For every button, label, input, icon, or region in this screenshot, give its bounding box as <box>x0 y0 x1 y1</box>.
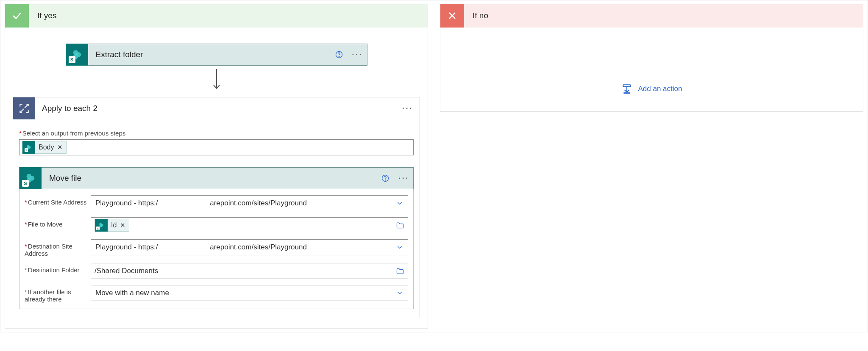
file-to-move-row: *File to Move s <box>19 213 413 235</box>
if-no-label: If no <box>473 11 488 20</box>
chevron-down-icon <box>396 289 403 297</box>
add-action-label: Add an action <box>638 85 682 93</box>
move-file-title: Move file <box>49 174 376 183</box>
sharepoint-icon: S <box>66 44 88 66</box>
dest-folder-row: *Destination Folder /Shared Documents <box>19 259 413 281</box>
condition-branches: If yes S Extract folder ··· <box>0 0 868 332</box>
flow-arrow-icon <box>13 68 420 92</box>
dest-site-row: *Destination Site Address Playground - h… <box>19 235 413 259</box>
sharepoint-badge-letter: S <box>22 180 29 187</box>
more-icon[interactable]: ··· <box>395 174 413 182</box>
help-icon[interactable] <box>376 174 395 182</box>
chevron-down-icon <box>396 199 403 207</box>
file-to-move-input[interactable]: s Id ✕ <box>91 217 408 233</box>
overwrite-row: *If another file is already there Move w… <box>19 281 413 304</box>
add-action-icon <box>621 83 632 94</box>
help-icon[interactable] <box>330 50 348 59</box>
apply-to-each-header-row: Apply to each 2 ··· <box>13 97 420 119</box>
move-file-body: *Current Site Address Playground - https… <box>19 189 414 309</box>
svg-rect-19 <box>623 85 630 86</box>
move-file-header[interactable]: S Move file ··· <box>19 167 414 189</box>
remove-token-icon[interactable]: ✕ <box>120 221 125 229</box>
token-label: Body <box>39 144 54 151</box>
current-site-label: *Current Site Address <box>25 195 91 206</box>
more-icon[interactable]: ··· <box>348 50 367 59</box>
if-no-body: Add an action <box>440 28 863 111</box>
sharepoint-icon: S <box>19 167 42 189</box>
x-icon <box>440 4 464 28</box>
output-from-previous-input[interactable]: s Body ✕ <box>19 139 414 155</box>
dest-folder-value: /Shared Documents <box>95 267 158 275</box>
overwrite-select[interactable]: Move with a new name <box>91 285 408 301</box>
extract-folder-title: Extract folder <box>96 50 330 59</box>
svg-point-16 <box>99 225 102 227</box>
remove-token-icon[interactable]: ✕ <box>57 144 63 151</box>
current-site-value: Playground - https:/ arepoint.com/sites/… <box>95 199 307 207</box>
token-label: Id <box>111 221 117 229</box>
apply-to-each-body: *Select an output from previous steps s … <box>13 119 420 317</box>
move-file-step: S Move file ··· *Current Site Address <box>19 167 414 309</box>
current-site-select[interactable]: Playground - https:/ arepoint.com/sites/… <box>91 195 408 211</box>
required-asterisk: * <box>19 130 22 137</box>
if-no-header[interactable]: If no <box>440 4 863 28</box>
apply-to-each-header[interactable]: Apply to each 2 <box>13 97 396 119</box>
sharepoint-icon: s <box>95 219 108 232</box>
id-token[interactable]: s Id ✕ <box>95 219 129 232</box>
extract-folder-step[interactable]: S Extract folder ··· <box>66 44 367 66</box>
dest-folder-label: *Destination Folder <box>25 263 91 274</box>
current-site-row: *Current Site Address Playground - https… <box>19 191 413 213</box>
sharepoint-badge-letter: S <box>69 56 75 63</box>
apply-to-each-title: Apply to each 2 <box>42 104 396 113</box>
svg-point-13 <box>385 180 385 180</box>
file-picker-icon[interactable] <box>396 221 404 229</box>
body-token[interactable]: s Body ✕ <box>22 141 67 154</box>
if-yes-header[interactable]: If yes <box>5 4 428 28</box>
svg-point-4 <box>339 56 339 57</box>
dest-folder-input[interactable]: /Shared Documents <box>91 263 408 279</box>
if-yes-label: If yes <box>37 11 56 20</box>
if-yes-body: S Extract folder ··· <box>5 28 428 328</box>
dest-site-select[interactable]: Playground - https:/ arepoint.com/sites/… <box>91 239 408 255</box>
sharepoint-icon: s <box>22 141 35 154</box>
overwrite-value: Move with a new name <box>95 289 169 297</box>
overwrite-label: *If another file is already there <box>25 285 91 303</box>
dest-site-value: Playground - https:/ arepoint.com/sites/… <box>95 243 307 252</box>
chevron-down-icon <box>396 243 403 251</box>
add-action-button[interactable]: Add an action <box>621 83 682 94</box>
dest-site-label: *Destination Site Address <box>25 239 91 257</box>
output-from-previous-label: *Select an output from previous steps <box>19 130 414 137</box>
extract-folder-header[interactable]: S Extract folder ··· <box>66 44 367 66</box>
loop-icon <box>13 97 35 119</box>
check-icon <box>5 4 29 28</box>
apply-to-each-step: Apply to each 2 ··· *Select an output fr… <box>13 97 420 317</box>
folder-picker-icon[interactable] <box>396 267 404 275</box>
if-yes-branch: If yes S Extract folder ··· <box>5 4 428 329</box>
file-to-move-label: *File to Move <box>25 217 91 228</box>
more-icon[interactable]: ··· <box>396 104 420 113</box>
if-no-branch: If no Add an action <box>440 4 863 112</box>
